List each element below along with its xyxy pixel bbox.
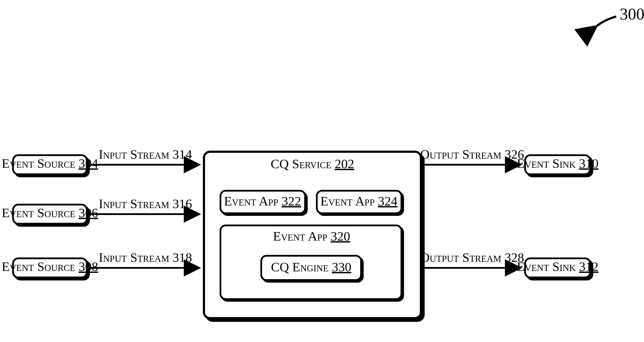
svg-text:Input Stream
       
      316: Input Stream 316 <box>99 196 192 211</box>
output-1-label: Output Stream <box>420 147 501 162</box>
figure-reference: 300 <box>597 5 644 26</box>
cq-engine: CQ Engine 330 <box>261 256 361 280</box>
output-arrow-2: Output Stream 328 <box>420 250 524 268</box>
event-sink-1: Event Sink 310 <box>517 155 599 174</box>
event-sink-2-num: 312 <box>579 259 598 274</box>
input-3-num: 318 <box>172 250 192 265</box>
event-sink-1-label: Event Sink <box>517 156 576 171</box>
event-source-3: Event Source 308 <box>2 258 98 277</box>
cq-service-num: 202 <box>335 157 354 171</box>
svg-text:Event App
         
        32: Event App 320 <box>273 229 350 243</box>
event-app-3-label: Event App <box>273 229 327 243</box>
svg-text:Event Sink
       
      312: Event Sink 312 <box>517 259 599 274</box>
input-arrow-1: Input Stream 314 <box>90 147 200 165</box>
svg-text:Output Stream
       
      32: Output Stream 328 <box>420 250 524 265</box>
event-source-2-label: Event Source <box>2 206 75 220</box>
figure-ref-number: 300 <box>620 5 644 23</box>
svg-text:Event Source
       
      308: Event Source 308 <box>2 259 98 274</box>
svg-text:CQ Engine
           
        : CQ Engine 330 <box>271 260 352 274</box>
event-source-1-label: Event Source <box>2 156 75 171</box>
event-source-2: Event Source 306 <box>2 205 98 224</box>
event-source-2-num: 306 <box>78 206 98 220</box>
event-source-1-num: 304 <box>78 156 98 171</box>
event-sink-2-label: Event Sink <box>517 259 576 274</box>
input-3-label: Input Stream <box>99 250 169 265</box>
event-app-3: Event App 320 CQ Engine 330 <box>220 225 402 299</box>
event-sink-1-num: 310 <box>579 156 598 171</box>
input-2-label: Input Stream <box>99 196 169 211</box>
event-sink-2: Event Sink 312 <box>517 258 599 277</box>
event-source-1: Event Source 304 <box>2 155 98 174</box>
input-arrow-3: Input Stream 318 <box>90 250 200 268</box>
svg-text:Input Stream
       
      314: Input Stream 314 <box>99 147 192 162</box>
event-app-1: Event App 322 <box>220 191 305 213</box>
event-app-2-label: Event App <box>320 194 374 208</box>
input-1-label: Input Stream <box>99 147 169 162</box>
input-1-num: 314 <box>172 147 192 162</box>
event-app-3-num: 320 <box>331 229 350 243</box>
output-2-label: Output Stream <box>420 250 501 265</box>
cq-engine-label: CQ Engine <box>271 260 329 274</box>
svg-text:Event App
         
        32: Event App 322 <box>224 194 301 208</box>
cq-engine-num: 330 <box>332 260 351 274</box>
svg-text:Event Sink
       
      310: Event Sink 310 <box>517 156 599 171</box>
output-arrow-1: Output Stream 326 <box>420 147 524 165</box>
event-app-2-num: 324 <box>378 194 398 208</box>
svg-text:CQ Service
       
      202: CQ Service 202 <box>270 157 354 171</box>
input-arrow-2: Input Stream 316 <box>90 196 200 214</box>
event-app-2: Event App 324 <box>317 191 402 213</box>
diagram-canvas: 300 Event Source 304 Event Source 306 Ev… <box>0 0 644 342</box>
svg-text:Input Stream
       
      318: Input Stream 318 <box>99 250 192 265</box>
event-app-1-num: 322 <box>282 194 301 208</box>
cq-service-label: CQ Service <box>270 157 331 171</box>
svg-text:Event App
         
        32: Event App 324 <box>320 194 397 208</box>
event-source-3-label: Event Source <box>2 259 75 274</box>
cq-service-container: CQ Service 202 Event App 322 Event App 3… <box>204 152 421 318</box>
event-app-1-label: Event App <box>224 194 278 208</box>
svg-text:Event Source
       
      304: Event Source 304 <box>2 156 98 171</box>
svg-text:Output Stream
       
      32: Output Stream 326 <box>420 147 524 162</box>
input-2-num: 316 <box>172 196 192 211</box>
event-source-3-num: 308 <box>78 259 98 274</box>
svg-text:Event Source
       
      306: Event Source 306 <box>2 206 98 220</box>
